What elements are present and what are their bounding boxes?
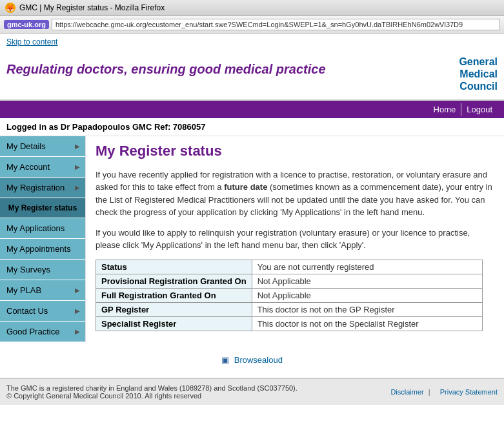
logo-line3: Council [459, 80, 498, 92]
browser-toolbar: gmc-uk.org https://webcache.gmc-uk.org/e… [0, 16, 504, 34]
table-cell-value: Not Applicable [252, 288, 482, 302]
site-logo: General Medical Council [459, 56, 498, 93]
table-cell-label: Specialist Register [96, 316, 252, 331]
footer-separator: | [428, 388, 430, 396]
browser-title-text: GMC | My Register status - Mozilla Firef… [19, 3, 165, 12]
sidebar-item-label: My Appointments [6, 244, 71, 254]
table-row: Full Registration Granted OnNot Applicab… [96, 288, 483, 302]
sidebar-item-label: My PLAB [6, 285, 41, 295]
sidebar-item-label: My Surveys [6, 265, 50, 274]
sidebar-item-label: Good Practice [6, 327, 59, 336]
chevron-right-icon: ▶ [75, 184, 80, 191]
table-cell-value: Not Applicable [252, 274, 482, 288]
sidebar-item-good-practice[interactable]: Good Practice ▶ [0, 322, 85, 342]
logged-in-bar: Logged in as Dr Papadopoulos GMC Ref: 70… [0, 118, 504, 136]
table-cell-label: Full Registration Granted On [96, 288, 252, 302]
content-paragraph-2: If you would like to apply to relinquish… [96, 227, 494, 252]
footer-text: The GMC is a registered charity in Engla… [6, 384, 297, 400]
nav-logout-link[interactable]: Logout [461, 103, 498, 116]
nav-bar: Home Logout [0, 101, 504, 118]
table-cell-label: Status [96, 260, 252, 274]
table-row: Provisional Registration Granted OnNot A… [96, 274, 483, 288]
table-cell-value: This doctor is not on the Specialist Reg… [252, 316, 482, 331]
sidebar-item-my-register-status[interactable]: My Register status [0, 198, 85, 218]
sidebar-item-my-registration[interactable]: My Registration ▶ [0, 178, 85, 198]
url-bar[interactable]: https://webcache.gmc-uk.org/ecustomer_en… [52, 19, 500, 30]
footer-charity-text: The GMC is a registered charity in Engla… [6, 384, 297, 392]
sidebar-item-my-appointments[interactable]: My Appointments [0, 239, 85, 260]
table-row: Specialist RegisterThis doctor is not on… [96, 316, 483, 331]
main-layout: My Details ▶ My Account ▶ My Registratio… [0, 136, 504, 342]
table-cell-label: Provisional Registration Granted On [96, 274, 252, 288]
site-header: Regulating doctors, ensuring good medica… [0, 50, 504, 101]
chevron-right-icon: ▶ [75, 287, 80, 294]
browsealoud-link[interactable]: Browsealoud [234, 355, 283, 365]
chevron-right-icon: ▶ [75, 143, 80, 150]
status-table: StatusYou are not currently registeredPr… [96, 260, 483, 331]
sidebar-item-my-plab[interactable]: My PLAB ▶ [0, 280, 85, 301]
table-row: StatusYou are not currently registered [96, 260, 483, 274]
chevron-right-icon: ▶ [75, 163, 80, 170]
footer-privacy-link[interactable]: Privacy Statement [440, 388, 498, 396]
sidebar-item-label: My Applications [6, 223, 65, 233]
sidebar-item-label: My Account [6, 162, 50, 172]
browser-icon: 🦊 [5, 3, 15, 13]
site-tagline: Regulating doctors, ensuring good medica… [6, 56, 326, 77]
page-title: My Register status [96, 143, 494, 159]
sidebar-item-my-account[interactable]: My Account ▶ [0, 157, 85, 178]
table-cell-value: This doctor is not on the GP Register [252, 302, 482, 316]
sidebar-item-my-surveys[interactable]: My Surveys [0, 260, 85, 280]
skip-to-content-link[interactable]: Skip to content [0, 34, 504, 50]
browsealoud-icon: ▣ [221, 355, 229, 365]
sidebar-item-contact-us[interactable]: Contact Us ▶ [0, 301, 85, 322]
site-footer: The GMC is a registered charity in Engla… [0, 378, 504, 405]
content-area: My Register status If you have recently … [86, 136, 504, 338]
browsealoud-bar: ▣ Browsealoud [0, 342, 504, 378]
sidebar-item-label: My Registration [6, 183, 65, 192]
table-row: GP RegisterThis doctor is not on the GP … [96, 302, 483, 316]
url-badge[interactable]: gmc-uk.org [4, 20, 49, 29]
browser-title-bar: 🦊 GMC | My Register status - Mozilla Fir… [0, 0, 504, 16]
table-cell-label: GP Register [96, 302, 252, 316]
content-paragraph-1: If you have recently applied for registr… [96, 169, 494, 219]
sidebar-item-label: My Details [6, 141, 46, 151]
footer-disclaimer-link[interactable]: Disclaimer [390, 388, 423, 396]
logo-line1: General [459, 56, 498, 68]
sidebar-item-label: My Register status [8, 203, 77, 212]
chevron-right-icon: ▶ [75, 328, 80, 335]
sidebar-item-label: Contact Us [6, 306, 48, 316]
logo-line2: Medical [459, 68, 498, 80]
page-wrapper: Skip to content Regulating doctors, ensu… [0, 34, 504, 405]
sidebar: My Details ▶ My Account ▶ My Registratio… [0, 136, 86, 342]
footer-links: Disclaimer | Privacy Statement [390, 388, 498, 396]
sidebar-item-my-applications[interactable]: My Applications [0, 218, 85, 239]
chevron-right-icon: ▶ [75, 307, 80, 314]
footer-copyright-text: © Copyright General Medical Council 2010… [6, 392, 297, 400]
nav-home-link[interactable]: Home [428, 103, 461, 116]
sidebar-item-my-details[interactable]: My Details ▶ [0, 136, 85, 157]
table-cell-value: You are not currently registered [252, 260, 482, 274]
